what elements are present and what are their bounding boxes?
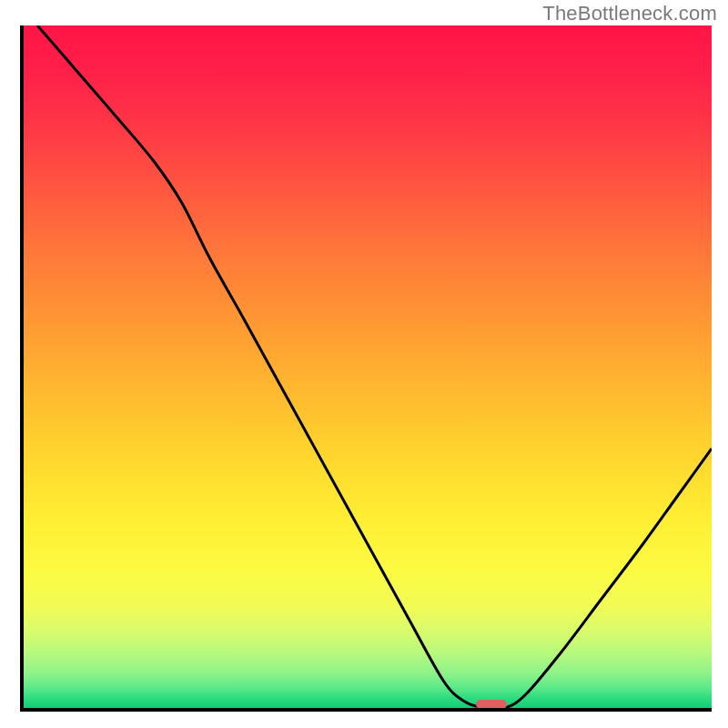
plot-area: [20, 25, 712, 712]
optimal-marker: [476, 700, 507, 709]
chart-container: TheBottleneck.com: [0, 0, 728, 728]
bottleneck-curve: [24, 25, 712, 708]
watermark-text: TheBottleneck.com: [542, 2, 717, 25]
